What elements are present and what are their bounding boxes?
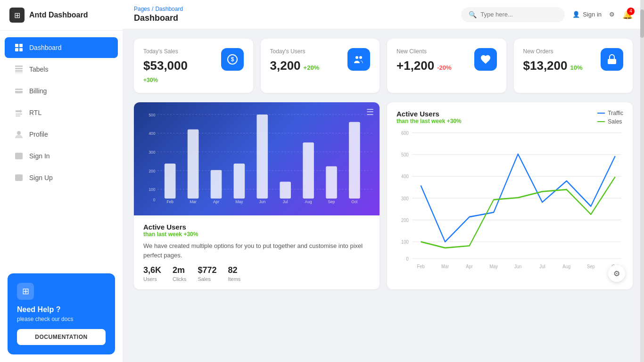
search-icon: 🔍	[469, 11, 477, 18]
sidebar-item-label: Tabels	[29, 66, 48, 73]
bar-chart-description: We have created multiple options for you…	[143, 241, 370, 260]
svg-text:400: 400	[149, 131, 155, 136]
charts-row: ☰ 500 400 300 200 100 0	[134, 102, 633, 289]
svg-rect-34	[188, 130, 199, 199]
svg-rect-6	[15, 70, 23, 72]
rtl-icon	[14, 108, 24, 117]
stat-label-users: Today's Users	[270, 48, 320, 55]
sales-legend-label: Sales	[608, 118, 622, 125]
svg-text:Sep: Sep	[328, 199, 335, 204]
svg-point-19	[359, 56, 362, 59]
sidebar-item-label: Profile	[29, 131, 48, 138]
svg-text:300: 300	[401, 195, 409, 201]
search-box[interactable]: 🔍	[461, 7, 565, 22]
sidebar-item-label: Sign In	[29, 152, 50, 160]
svg-rect-3	[19, 48, 23, 51]
legend-traffic: Traffic	[597, 110, 623, 116]
chart-stat-sales: $772 Sales	[198, 265, 216, 282]
signin-button[interactable]: 👤 Sign in	[572, 11, 602, 18]
svg-rect-14	[15, 153, 23, 159]
sidebar-nav: Dashboard Tabels Billing	[0, 31, 123, 266]
sidebar-help-box: ⊞ Need Help ? please check our docs DOCU…	[8, 273, 115, 354]
svg-text:Jun: Jun	[514, 263, 521, 269]
stat-icon-users	[347, 48, 370, 71]
sidebar-item-label: Dashboard	[29, 44, 62, 51]
scrollbar[interactable]	[640, 0, 644, 362]
breadcrumb: Pages / Dashboard Dashboard	[134, 6, 183, 23]
bar-chart-title: Active Users	[143, 223, 370, 231]
stat-change-clients: -20%	[437, 64, 451, 71]
line-chart-area: 600 500 400 300 200 100 0	[387, 129, 633, 280]
stat-card-users: Today's Users 3,200 +20%	[261, 39, 380, 93]
sidebar-item-signin[interactable]: Sign In	[5, 146, 118, 166]
bar-chart-menu-icon[interactable]: ☰	[366, 107, 374, 117]
svg-rect-36	[211, 170, 222, 198]
sidebar-item-rtl[interactable]: RTL	[5, 102, 118, 123]
content-area: Today's Sales $53,000 +30% $ Today's Use…	[123, 29, 644, 362]
traffic-legend-label: Traffic	[608, 110, 623, 116]
stat-change-users: +20%	[304, 64, 320, 71]
svg-text:Jun: Jun	[259, 199, 266, 204]
signin-label: Sign in	[583, 11, 602, 18]
breadcrumb-pages: Pages	[134, 6, 150, 12]
sidebar-item-label: Billing	[29, 87, 47, 95]
signup-icon	[14, 173, 24, 182]
sales-legend-line	[597, 121, 605, 122]
svg-rect-1	[19, 44, 23, 47]
stat-icon-clients	[474, 48, 497, 71]
notification-badge: 4	[627, 8, 635, 15]
svg-rect-5	[15, 68, 23, 69]
gear-button[interactable]: ⚙	[608, 265, 625, 282]
svg-text:500: 500	[149, 112, 155, 117]
svg-point-13	[17, 131, 21, 135]
line-chart-card: Active Users than the last week +30% Tra…	[387, 102, 633, 289]
svg-text:Jul: Jul	[283, 199, 288, 204]
svg-marker-10	[16, 109, 22, 113]
help-title: Need Help ?	[17, 305, 106, 314]
header-right: 🔍 👤 Sign in ⚙ 🔔 4	[461, 7, 633, 22]
bar-chart-change: +30%	[183, 231, 198, 238]
svg-text:May: May	[489, 263, 498, 269]
search-input[interactable]	[480, 11, 557, 18]
breadcrumb-current: Dashboard	[155, 6, 183, 12]
stat-value-users: 3,200	[270, 58, 301, 73]
svg-text:Feb: Feb	[166, 199, 173, 204]
sidebar-item-profile[interactable]: Profile	[5, 124, 118, 145]
svg-rect-12	[16, 115, 20, 116]
sidebar-item-dashboard[interactable]: Dashboard	[5, 37, 118, 58]
svg-text:May: May	[235, 199, 243, 204]
line-chart-title: Active Users	[396, 110, 462, 118]
svg-text:0: 0	[406, 255, 409, 262]
settings-button[interactable]: ⚙	[609, 11, 615, 18]
page-title: Dashboard	[134, 13, 183, 23]
svg-text:0: 0	[153, 197, 156, 203]
stat-icon-sales: $	[221, 48, 244, 71]
chart-stat-items: 82 Items	[228, 265, 240, 282]
line-chart-change: +30%	[447, 118, 462, 124]
settings-icon: ⚙	[609, 11, 615, 18]
svg-text:Apr: Apr	[466, 263, 473, 269]
bar-chart-subtitle: than last week +30%	[143, 231, 370, 238]
user-icon: 👤	[572, 11, 580, 18]
notification-button[interactable]: 🔔 4	[622, 9, 633, 20]
svg-text:Feb: Feb	[417, 263, 424, 269]
svg-rect-32	[165, 164, 176, 198]
chart-stat-clicks: 2m Clicks	[173, 265, 186, 282]
help-icon: ⊞	[17, 283, 34, 300]
sidebar-item-label: RTL	[29, 109, 41, 116]
header-actions: 👤 Sign in ⚙ 🔔 4	[572, 9, 633, 20]
sidebar-item-tables[interactable]: Tabels	[5, 59, 118, 80]
sidebar-item-label: Sign Up	[29, 174, 53, 181]
svg-text:100: 100	[149, 187, 155, 192]
scrollbar-thumb[interactable]	[640, 9, 644, 38]
sidebar-logo: ⊞ Antd Dashboard	[0, 0, 123, 31]
documentation-button[interactable]: DOCUMENTATION	[17, 329, 106, 345]
line-chart-svg: 600 500 400 300 200 100 0	[396, 129, 623, 276]
billing-icon	[14, 86, 24, 96]
stat-card-clients: New Clients +1,200 -20%	[387, 39, 506, 93]
svg-rect-0	[15, 44, 18, 47]
dashboard-icon	[14, 43, 24, 52]
svg-rect-7	[15, 73, 23, 73]
sidebar-item-billing[interactable]: Billing	[5, 81, 118, 101]
sidebar-item-signup[interactable]: Sign Up	[5, 167, 118, 188]
